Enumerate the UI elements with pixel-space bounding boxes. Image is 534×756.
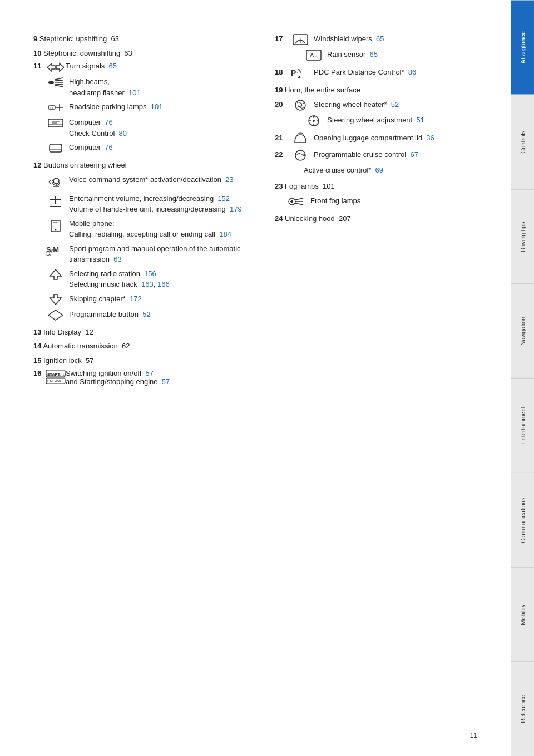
- sidebar-tab-driving-tips[interactable]: Driving tips: [511, 189, 534, 284]
- svg-text:D/: D/: [46, 251, 52, 256]
- windshield-wiper-icon: [290, 33, 310, 46]
- entry-20-group: 20 Steering wheel heater* 52: [275, 99, 494, 127]
- svg-point-44: [295, 100, 305, 110]
- entry-9: 9 Steptronic: upshifting 63: [33, 33, 253, 45]
- sub-entry-programmable: Programmable button 52: [46, 309, 253, 321]
- volume-icon: [46, 193, 66, 213]
- page-ref-handsfree[interactable]: 179: [230, 205, 242, 213]
- svg-text:P: P: [50, 106, 53, 111]
- entry-page-9[interactable]: 63: [111, 35, 119, 43]
- page-ref-sw-adjust[interactable]: 51: [416, 116, 424, 124]
- sub-entries-12: ‹› Voice command system* activation/deac…: [46, 174, 253, 321]
- mobile-phone-icon: [46, 218, 66, 234]
- entry-10: 10 Steptronic: downshifting 63: [33, 48, 253, 59]
- entry-16-group: 16 START START STOP ENGINE Switc: [33, 369, 253, 386]
- sidebar-tab-at-a-glance[interactable]: At a glance: [511, 0, 534, 95]
- entry-22-group: 22 Programmable cruise control 67: [275, 149, 494, 176]
- entry-number-12: 12: [33, 161, 41, 169]
- entry-14: 14 Automatic transmission 62: [33, 341, 253, 352]
- page-ref-pdc[interactable]: 86: [408, 68, 416, 76]
- page-ref-programmable[interactable]: 52: [142, 310, 150, 318]
- sidebar-tab-mobility[interactable]: Mobility: [511, 567, 534, 662]
- page-ref-music-track1[interactable]: 163: [141, 280, 154, 288]
- sub-entry-rain-sensor: A Rain sensor 65: [304, 49, 494, 61]
- page-ref-sport[interactable]: 63: [113, 255, 121, 263]
- page-ref-radio-station[interactable]: 156: [144, 269, 156, 278]
- computer2-icon: [46, 142, 66, 154]
- svg-marker-1: [56, 63, 64, 71]
- page-ref-skip[interactable]: 172: [130, 294, 142, 303]
- page-ref-volume[interactable]: 152: [217, 194, 230, 203]
- page-ref-phone[interactable]: 184: [219, 230, 231, 238]
- entry-text-programmable: Programmable button 52: [69, 309, 253, 320]
- svg-point-26: [55, 229, 57, 230]
- sidebar-tab-entertainment[interactable]: Entertainment: [511, 378, 534, 473]
- page-ref-ignition-switch[interactable]: 57: [146, 369, 154, 377]
- svg-line-6: [55, 80, 63, 81]
- page-ref-high-beams[interactable]: 101: [128, 89, 141, 97]
- sport-program-icon: S·M D/: [46, 243, 66, 256]
- page-ref-parking[interactable]: 101: [151, 102, 163, 111]
- svg-marker-0: [47, 63, 55, 71]
- page-ref-computer1[interactable]: 76: [105, 118, 112, 126]
- entry-text-active-cruise: Active cruise control* 69: [304, 165, 494, 176]
- page-ref-ignition-lock[interactable]: 57: [86, 356, 93, 365]
- page-ref-active-cruise[interactable]: 69: [375, 166, 383, 174]
- rain-sensor-icon: A: [304, 49, 324, 61]
- page-ref-sw-heater[interactable]: 52: [391, 100, 399, 109]
- svg-marker-30: [50, 294, 61, 305]
- sidebar-tab-controls[interactable]: Controls: [511, 95, 534, 189]
- sub-entry-phone: Mobile phone:Calling, redialing, accepti…: [46, 218, 253, 240]
- sub-entry-computer1: Computer 76Check Control 80: [46, 117, 253, 139]
- entry-number-14: 14: [33, 342, 41, 350]
- entry-text-voice: Voice command system* activation/deactiv…: [69, 174, 253, 185]
- entry-19: 19 Horn, the entire surface: [275, 85, 494, 96]
- entry-text-10: Steptronic: downshifting 63: [43, 49, 132, 57]
- page-ref-wipers[interactable]: 65: [376, 35, 384, 43]
- entry-text-skip: Skipping chapter* 172: [69, 293, 253, 305]
- entry-text-12: Buttons on steering wheel: [43, 161, 127, 169]
- sidebar-tab-communications[interactable]: Communications: [511, 473, 534, 567]
- sidebar-tab-navigation[interactable]: Navigation: [511, 283, 534, 378]
- page-ref-turn[interactable]: 65: [109, 62, 117, 70]
- entry-number-18: 18: [275, 67, 287, 78]
- sub-entry-voice: ‹› Voice command system* activation/deac…: [46, 174, 253, 190]
- sub-entry-computer2: Computer 76: [46, 142, 253, 154]
- entry-24: 24 Unlocking hood 207: [275, 213, 494, 224]
- entry-12: 12 Buttons on steering wheel: [33, 160, 253, 171]
- sub-entry-steering-adjust: Steering wheel adjustment 51: [304, 115, 494, 127]
- entry-number-22: 22: [275, 149, 287, 160]
- sub-entry-high-beams: High beams,headlamp flasher 101: [46, 76, 253, 98]
- entry-text-radio-up: Selecting radio station 156Selecting mus…: [69, 268, 253, 290]
- entry-12-group: 12 Buttons on steering wheel ‹›: [33, 160, 253, 321]
- page-ref-cruise[interactable]: 67: [410, 150, 418, 159]
- entry-text-22: Programmable cruise control 67: [314, 149, 494, 160]
- page-ref-music-track2[interactable]: 166: [157, 280, 170, 288]
- page-ref-hood[interactable]: 207: [339, 214, 351, 223]
- entry-23-group: 23 Fog lamps 101: [275, 181, 494, 208]
- entry-number-13: 13: [33, 328, 41, 336]
- page-ref-auto-trans[interactable]: 62: [122, 342, 130, 350]
- sidebar-tab-reference[interactable]: Reference: [511, 661, 534, 756]
- page-ref-fog-lamps[interactable]: 101: [323, 182, 335, 190]
- svg-line-7: [55, 84, 63, 85]
- page-ref-engine-start[interactable]: 57: [162, 377, 170, 386]
- entry-number-19: 19: [275, 86, 283, 94]
- page-ref-info-display[interactable]: 12: [85, 328, 93, 336]
- page-ref-voice[interactable]: 23: [225, 175, 233, 184]
- entry-18: 18 P /// ▲ PDC Park Distance Control* 86: [275, 67, 494, 79]
- entry-23: 23 Fog lamps 101: [275, 181, 494, 192]
- page-ref-luggage[interactable]: 36: [426, 134, 434, 142]
- page-ref-rain-sensor[interactable]: 65: [370, 50, 378, 58]
- entry-number-17: 17: [275, 33, 287, 45]
- svg-text:P: P: [291, 68, 296, 77]
- entry-22: 22 Programmable cruise control 67: [275, 149, 494, 161]
- sub-entries-11: High beams,headlamp flasher 101 P: [46, 76, 253, 154]
- entry-number-24: 24: [275, 214, 283, 223]
- entry-page-10[interactable]: 63: [124, 49, 132, 57]
- page-ref-check-control[interactable]: 80: [119, 129, 127, 138]
- entry-number-11: 11: [33, 62, 46, 70]
- voice-command-icon: ‹›: [46, 174, 66, 190]
- page-ref-computer2[interactable]: 76: [105, 143, 112, 151]
- svg-marker-29: [50, 269, 61, 279]
